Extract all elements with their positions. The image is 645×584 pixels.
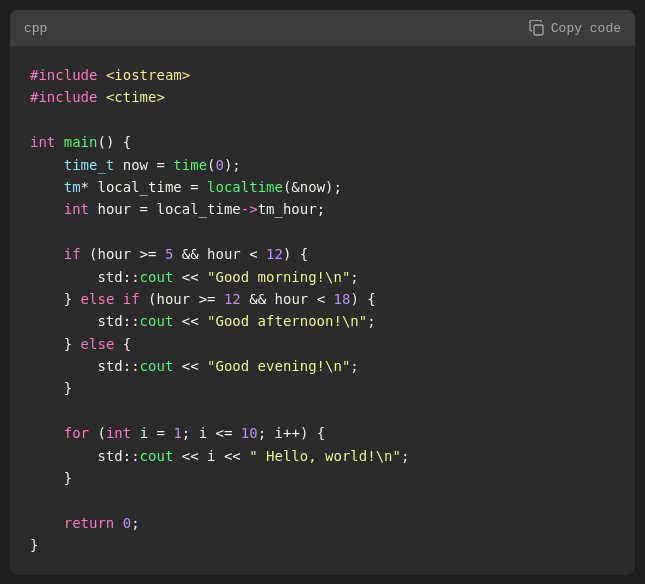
svg-rect-0: [534, 25, 543, 35]
code-content: #include <iostream> #include <ctime> int…: [30, 64, 615, 557]
code-body: #include <iostream> #include <ctime> int…: [10, 46, 635, 575]
language-label: cpp: [24, 21, 47, 36]
copy-code-button[interactable]: Copy code: [529, 20, 621, 36]
code-block: cpp Copy code #include <iostream> #inclu…: [10, 10, 635, 575]
copy-icon: [529, 20, 545, 36]
code-header: cpp Copy code: [10, 10, 635, 46]
copy-label: Copy code: [551, 21, 621, 36]
